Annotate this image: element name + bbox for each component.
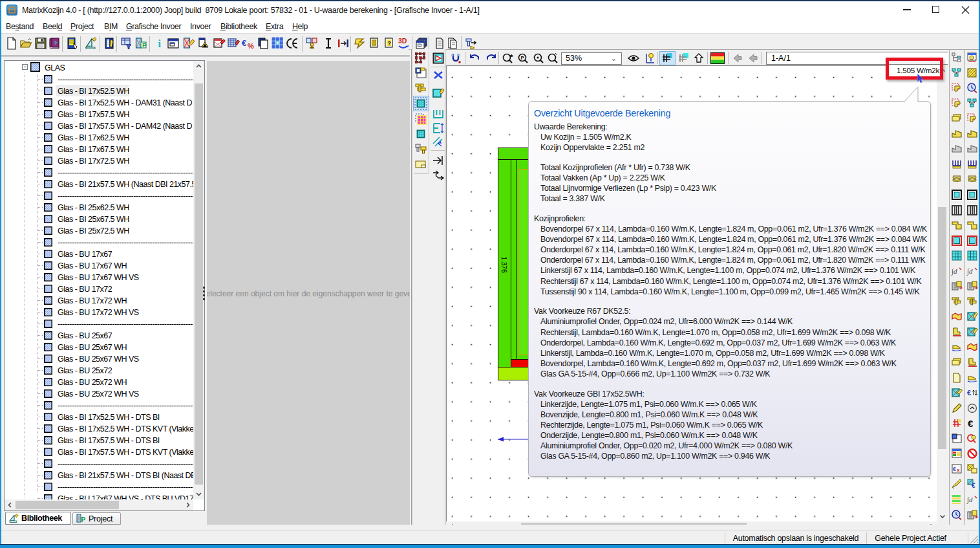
svg-text:i: i [158,38,162,49]
svg-text:∫d: ∫d [966,267,973,276]
svg-text:?: ? [54,40,58,47]
svg-text:3D: 3D [398,37,407,45]
svg-text:?: ? [388,40,392,47]
svg-text:€: € [972,482,975,489]
svg-text:€: € [242,38,246,48]
svg-text:±: ± [510,52,513,58]
svg-text:∫d: ∫d [951,267,957,276]
svg-text:x: x [957,467,960,473]
svg-text:P: P [81,516,86,523]
svg-text:€: € [953,466,956,472]
svg-text:P: P [142,41,147,49]
svg-text:∫d: ∫d [966,496,973,504]
svg-text:%: % [248,42,254,50]
svg-text:€: € [967,389,971,397]
svg-text:€: € [968,418,974,429]
svg-text:P: P [521,55,525,61]
